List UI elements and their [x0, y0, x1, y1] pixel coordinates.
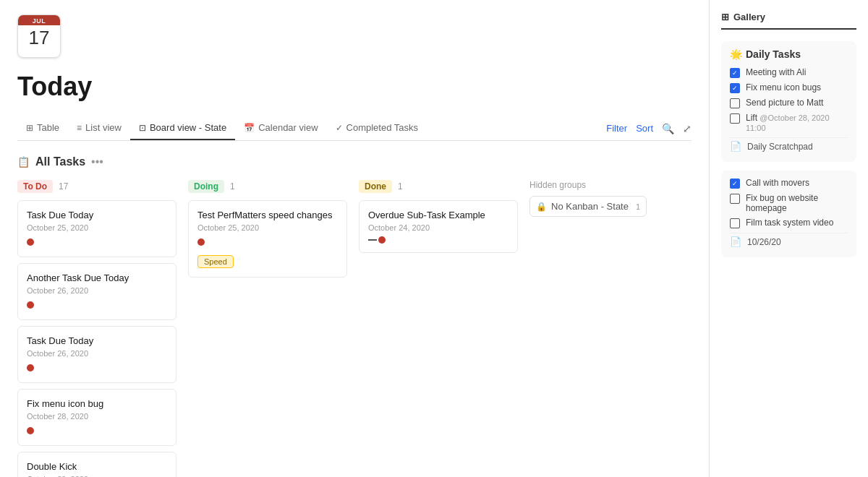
column-todo-header: To Do 17	[17, 180, 176, 193]
hidden-group-item[interactable]: 🔒 No Kanban - State 1	[529, 196, 647, 217]
red-dot-icon	[197, 239, 205, 246]
task-date: October 25, 2020	[197, 223, 338, 232]
check-text: Fix menu icon bugs	[746, 82, 821, 93]
daily-tasks-emoji: 🌟	[730, 48, 742, 60]
task-card[interactable]: Another Task Due Today October 26, 2020	[17, 263, 176, 320]
sidebar-doc-item[interactable]: 📄 10/26/20	[730, 233, 848, 250]
check-item: Film task system video	[730, 218, 848, 228]
red-dot-icon	[27, 427, 34, 434]
tab-list[interactable]: ≡ List view	[68, 116, 130, 140]
check-item: ✓ Fix menu icon bugs	[730, 82, 848, 93]
arrow-dot-indicator	[368, 236, 509, 244]
red-dot-icon	[27, 364, 34, 371]
tab-calendar[interactable]: 📅 Calendar view	[235, 116, 326, 140]
doing-count: 1	[230, 181, 235, 192]
task-date: October 25, 2020	[27, 223, 167, 232]
check-item-date: @October 28, 2020 11:00	[746, 113, 830, 132]
sidebar-section2: ✓ Call with movers Fix bug on website ho…	[721, 171, 856, 257]
sidebar-doc-date: 10/26/20	[747, 237, 781, 247]
check-item: Fix bug on website homepage	[730, 193, 848, 213]
list-icon: ≡	[77, 123, 82, 133]
search-button[interactable]: 🔍	[662, 123, 674, 134]
lock-icon: 🔒	[536, 202, 547, 212]
speed-tag: Speed	[197, 255, 234, 268]
gallery-icon: ⊞	[721, 12, 729, 22]
task-name: Fix menu icon bug	[27, 398, 167, 409]
view-tabs: ⊞ Table ≡ List view ⊡ Board view - State…	[17, 116, 692, 141]
task-name: Test PerfMatters speed changes	[197, 210, 338, 220]
scratchpad-item[interactable]: 📄 Daily Scratchpad	[730, 137, 848, 155]
check-text: Call with movers	[746, 178, 809, 188]
check-text: Film task system video	[746, 218, 833, 228]
todo-count: 17	[59, 181, 68, 192]
board-menu-button[interactable]: •••	[91, 155, 103, 168]
app-container: JUL 17 Today ⊞ Table ≡ List view ⊡ Board…	[0, 0, 868, 477]
check-text: Lift	[746, 113, 757, 123]
main-content: JUL 17 Today ⊞ Table ≡ List view ⊡ Board…	[0, 0, 709, 477]
checkbox-checked[interactable]: ✓	[730, 68, 740, 78]
table-icon: ⊞	[26, 123, 33, 133]
hidden-groups-label: Hidden groups	[529, 180, 647, 190]
hidden-group-name: No Kanban - State	[551, 201, 629, 212]
task-card[interactable]: Overdue Sub-Task Example October 24, 202…	[359, 200, 518, 253]
task-date: October 26, 2020	[27, 349, 167, 358]
calendar-day: 17	[18, 25, 60, 50]
gallery-tab-label: Gallery	[733, 12, 765, 22]
checkbox-unchecked[interactable]	[730, 98, 740, 108]
task-date: October 26, 2020	[27, 286, 167, 295]
task-name: Double Kick	[27, 461, 167, 472]
check-text: Meeting with Ali	[746, 67, 806, 77]
task-name: Task Due Today	[27, 210, 167, 220]
task-name: Task Due Today	[27, 335, 167, 346]
checkbox-unchecked[interactable]	[730, 218, 740, 228]
filter-button[interactable]: Filter	[606, 123, 627, 134]
task-card[interactable]: Double Kick October 29, 2020	[17, 452, 176, 477]
tab-table[interactable]: ⊞ Table	[17, 116, 68, 140]
tab-completed[interactable]: ✓ Completed Tasks	[327, 116, 427, 140]
sidebar-gallery-tab[interactable]: ⊞ Gallery	[721, 12, 856, 30]
check-text: Send picture to Matt	[746, 98, 823, 108]
check-item: ✓ Call with movers	[730, 178, 848, 189]
checkbox-unchecked[interactable]	[730, 194, 740, 204]
board-title: All Tasks	[35, 155, 85, 168]
checkbox-checked[interactable]: ✓	[730, 179, 740, 189]
task-date: October 24, 2020	[368, 223, 509, 232]
red-dot-icon	[27, 301, 34, 309]
checkbox-checked[interactable]: ✓	[730, 83, 740, 93]
task-card[interactable]: Task Due Today October 26, 2020	[17, 326, 176, 383]
column-todo: To Do 17 Task Due Today October 25, 2020…	[17, 180, 176, 477]
page-title: Today	[17, 72, 692, 102]
column-done: Done 1 Overdue Sub-Task Example October …	[359, 180, 518, 259]
task-card[interactable]: Fix menu icon bug October 28, 2020	[17, 389, 176, 446]
done-label: Done	[359, 180, 392, 193]
task-card[interactable]: Task Due Today October 25, 2020	[17, 200, 176, 257]
doc-icon: 📄	[730, 236, 741, 247]
board-columns: To Do 17 Task Due Today October 25, 2020…	[17, 180, 692, 477]
tab-board[interactable]: ⊡ Board view - State	[130, 116, 235, 140]
red-dot-icon	[27, 239, 34, 246]
toolbar-right: Filter Sort 🔍 ⤢	[606, 123, 692, 134]
board-icon: ⊡	[139, 123, 146, 133]
task-card[interactable]: Test PerfMatters speed changes October 2…	[188, 200, 347, 278]
sidebar-section1-title: 🌟 Daily Tasks	[730, 48, 848, 60]
check-text: Fix bug on website homepage	[746, 193, 848, 213]
check-item: ✓ Meeting with Ali	[730, 67, 848, 78]
task-name: Overdue Sub-Task Example	[368, 210, 509, 220]
column-done-header: Done 1	[359, 180, 518, 193]
sidebar: ⊞ Gallery 🌟 Daily Tasks ✓ Meeting with A…	[709, 0, 868, 477]
scratchpad-label: Daily Scratchpad	[747, 142, 813, 152]
task-date: October 28, 2020	[27, 412, 167, 421]
calendar-tab-icon: 📅	[244, 123, 255, 133]
done-count: 1	[398, 181, 403, 192]
hidden-groups: Hidden groups 🔒 No Kanban - State 1	[529, 180, 647, 217]
arrow-line	[368, 239, 377, 241]
column-doing: Doing 1 Test PerfMatters speed changes O…	[188, 180, 347, 283]
board-header: 📋 All Tasks •••	[17, 155, 692, 168]
todo-label: To Do	[17, 180, 53, 193]
board-emoji: 📋	[17, 156, 30, 168]
calendar-month: JUL	[18, 15, 60, 25]
expand-button[interactable]: ⤢	[683, 123, 692, 134]
task-name: Another Task Due Today	[27, 272, 167, 283]
sort-button[interactable]: Sort	[636, 123, 653, 134]
checkbox-unchecked[interactable]	[730, 113, 740, 124]
